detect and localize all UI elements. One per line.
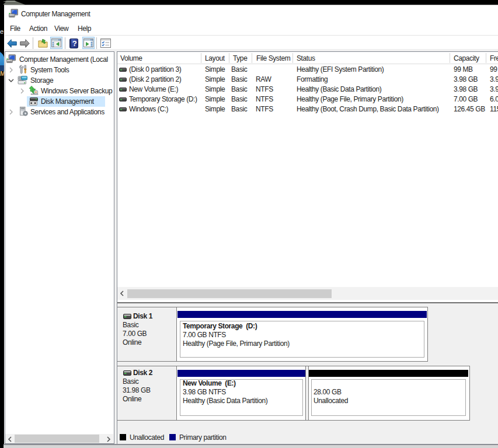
svg-text:?: ? [72,39,77,48]
